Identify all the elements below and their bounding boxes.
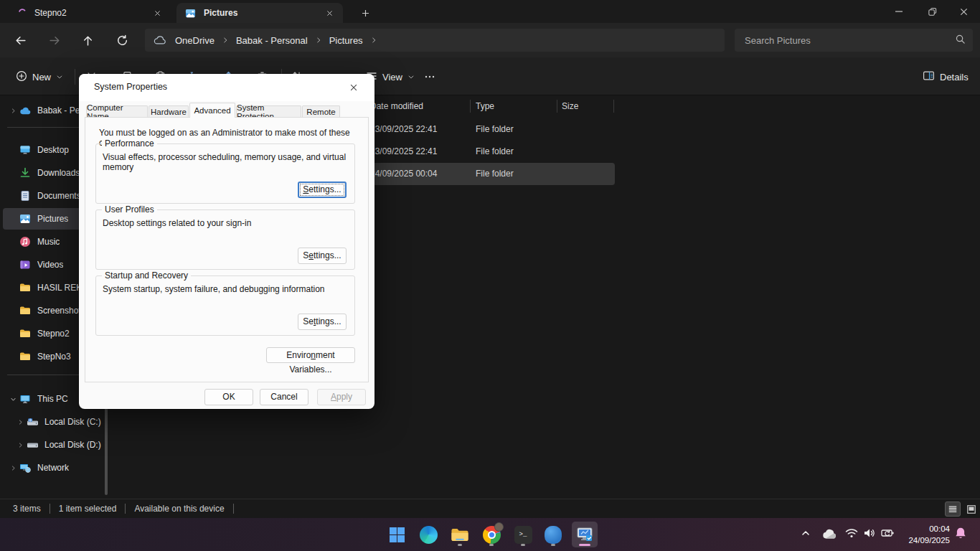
selection-count: 1 item selected <box>59 504 117 514</box>
chevron-right-icon[interactable] <box>315 37 322 44</box>
terminal-icon[interactable]: >_ <box>510 522 536 547</box>
chrome-profile-avatar <box>494 522 504 532</box>
close-button[interactable] <box>947 0 980 23</box>
details-view-toggle[interactable] <box>945 501 961 517</box>
sidebar-item-label: This PC <box>37 394 68 404</box>
navigation-bar: OneDrive Babak - Personal Pictures <box>0 23 980 57</box>
breadcrumb-item-onedrive[interactable]: OneDrive <box>172 35 217 46</box>
new-tab-button[interactable] <box>356 5 374 21</box>
label-part: n <box>311 350 316 360</box>
label-part: Se <box>303 316 314 326</box>
startup-settings-button[interactable]: Settings... <box>298 314 347 330</box>
sidebar-item-label: Network <box>37 463 69 473</box>
file-explorer-icon[interactable] <box>447 522 473 547</box>
tab-remote[interactable]: Remote <box>302 105 340 118</box>
label-part: A <box>331 392 336 402</box>
system-properties-taskbar-icon[interactable] <box>572 522 598 547</box>
more-options-icon[interactable] <box>419 67 440 87</box>
ok-button[interactable]: OK <box>204 389 253 405</box>
chevron-right-icon[interactable] <box>14 442 26 448</box>
download-icon <box>19 167 32 179</box>
apply-button[interactable]: Apply <box>317 389 366 405</box>
details-pane-icon <box>923 70 935 84</box>
window-tab-bar: Stepno2 Pictures <box>0 0 980 23</box>
refresh-button[interactable] <box>110 29 133 52</box>
sidebar-item-label: Downloads <box>37 168 80 178</box>
tray-chevron-up-icon[interactable] <box>800 527 811 539</box>
availability-status: Available on this device <box>134 504 224 514</box>
view-button-label: View <box>382 72 402 83</box>
close-tab-icon[interactable] <box>321 5 337 21</box>
tray-onedrive-icon[interactable] <box>821 529 837 540</box>
chevron-right-icon[interactable] <box>222 37 229 44</box>
group-description: Desktop settings related to your sign-in <box>103 218 349 228</box>
up-button[interactable] <box>76 29 99 52</box>
tray-wifi-icon[interactable] <box>845 527 858 539</box>
dialog-title: System Properties <box>94 82 167 92</box>
edge-browser-icon[interactable] <box>415 522 441 547</box>
chrome-browser-icon[interactable] <box>479 522 504 547</box>
sidebar-item-local-disk-d[interactable]: Local Disk (D:) <box>3 434 106 456</box>
chevron-right-icon[interactable] <box>7 465 19 471</box>
environment-variables-button[interactable]: Environment Variables... <box>266 347 355 363</box>
tab-advanced[interactable]: Advanced <box>189 103 235 118</box>
details-pane-label: Details <box>940 72 969 83</box>
breadcrumb-item-pictures[interactable]: Pictures <box>326 35 366 46</box>
dialog-close-icon[interactable] <box>343 80 364 95</box>
chevron-right-icon[interactable] <box>14 419 26 425</box>
tray-volume-icon[interactable] <box>863 527 876 539</box>
app-icon-blue[interactable] <box>540 522 566 547</box>
column-header-type[interactable]: Type <box>476 101 494 111</box>
file-date-modified: 24/09/2025 00:04 <box>370 169 437 179</box>
tray-battery-saver-icon[interactable] <box>881 527 895 539</box>
chevron-right-icon[interactable] <box>370 37 377 44</box>
search-box <box>735 29 973 52</box>
onedrive-cloud-icon <box>154 35 166 45</box>
thumbnail-view-toggle[interactable] <box>963 501 979 517</box>
group-description: System startup, system failure, and debu… <box>103 284 349 294</box>
performance-settings-button[interactable]: Settings... <box>298 182 347 198</box>
tab-system-protection[interactable]: System Protection <box>236 105 301 118</box>
sidebar-item-label: Videos <box>37 260 63 270</box>
notification-bell-icon[interactable] <box>954 527 967 541</box>
file-date-modified: 23/09/2025 22:41 <box>370 124 437 134</box>
tab-stepno2[interactable]: Stepno2 <box>7 3 171 23</box>
cancel-button[interactable]: Cancel <box>260 389 308 405</box>
tab-hardware[interactable]: Hardware <box>149 105 189 118</box>
dialog-title-bar[interactable]: System Properties <box>79 74 374 101</box>
tray-clock[interactable]: 00:04 24/09/2025 <box>898 523 950 546</box>
desktop: Stepno2 Pictures <box>0 0 980 551</box>
sidebar-item-label: Screenshot <box>37 306 81 316</box>
chevron-down-icon[interactable] <box>7 396 19 402</box>
sidebar-scrollbar[interactable] <box>105 402 108 495</box>
breadcrumb-item-babak-personal[interactable]: Babak - Personal <box>233 35 311 46</box>
sidebar-item-label: Local Disk (C:) <box>44 417 101 427</box>
sidebar-item-label: Desktop <box>37 145 69 155</box>
group-title: Performance <box>102 138 157 149</box>
item-count: 3 items <box>13 504 41 514</box>
label-part: e <box>308 250 314 260</box>
column-header-date-modified[interactable]: Date modified <box>370 101 423 111</box>
back-button[interactable] <box>9 29 32 52</box>
active-indicator <box>579 544 590 546</box>
search-input[interactable] <box>745 35 955 46</box>
chevron-down-icon <box>56 72 63 83</box>
chevron-right-icon[interactable] <box>7 108 19 114</box>
close-tab-icon[interactable] <box>149 5 165 21</box>
tab-computer-name[interactable]: Computer Name <box>86 105 148 118</box>
search-icon[interactable] <box>955 34 966 47</box>
folder-icon <box>19 328 32 339</box>
group-title: User Profiles <box>102 204 157 215</box>
minimize-button[interactable] <box>882 0 915 23</box>
forward-button[interactable] <box>43 29 66 52</box>
sidebar-item-network[interactable]: Network <box>3 457 106 479</box>
column-header-size[interactable]: Size <box>562 101 578 111</box>
details-pane-button[interactable]: Details <box>918 66 973 88</box>
sidebar-item-local-disk-c[interactable]: Local Disk (C:) <box>3 411 106 433</box>
restore-button[interactable] <box>915 0 948 23</box>
user-profiles-settings-button[interactable]: Settings... <box>298 248 347 264</box>
tab-pictures[interactable]: Pictures <box>176 3 343 23</box>
sidebar-item-label: StepNo3 <box>37 352 71 362</box>
new-button[interactable]: New <box>11 66 67 88</box>
start-button[interactable] <box>384 522 410 547</box>
